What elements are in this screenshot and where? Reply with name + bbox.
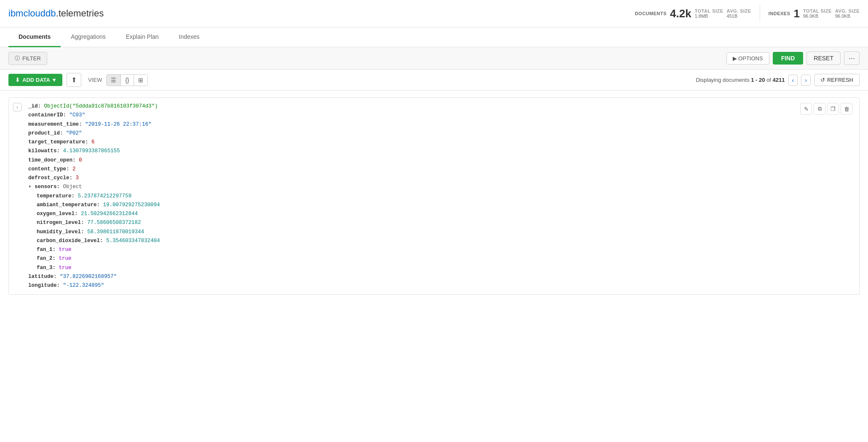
nitrogen-value: 77.58606508372182 (87, 220, 141, 226)
find-label: FIND (781, 55, 795, 62)
view-list-icon: ☰ (111, 77, 116, 84)
edit-icon: ✎ (804, 106, 809, 112)
collection-name: .telemetries (56, 8, 104, 19)
idx-total-size: 96.0KB (803, 13, 832, 19)
doc-actions: ✎ ⧉ ❐ 🗑 (800, 103, 852, 115)
kilowatts-value: 4.1307993387865155 (63, 148, 120, 154)
sensors-nested: temperature: 5.237874212297759 ambiant_t… (28, 192, 852, 272)
field-humidity: humidity_level: 58.398611870019344 (37, 228, 852, 237)
document-area: › ✎ ⧉ ❐ 🗑 _id: ObjectId("5ddda91c87b8161… (0, 91, 868, 302)
view-table-button[interactable]: ⊞ (134, 75, 147, 86)
options-label: ▶ OPTIONS (733, 55, 763, 62)
documents-value: 4.2k (670, 7, 691, 20)
longitude-key: longitude: (28, 283, 60, 288)
tab-aggregations[interactable]: Aggregations (61, 27, 116, 47)
field-oxygen: oxygen_level: 21.502942662312844 (37, 210, 852, 218)
filter-icon: ⓘ (15, 55, 20, 62)
indexes-stat: INDEXES 1 TOTAL SIZE 96.0KB AVG. SIZE 96… (769, 7, 860, 20)
field-fan3: fan_3: true (37, 264, 852, 272)
doc-toggle-button[interactable]: › (13, 103, 21, 111)
field-kilowatts: kilowatts: 4.1307993387865155 (28, 147, 852, 156)
field-fan2: fan_2: true (37, 254, 852, 263)
field-time-door: time_door_open: 0 (28, 156, 852, 165)
measurement-key: measurement_time: (28, 121, 82, 127)
view-json-button[interactable]: {} (121, 75, 134, 86)
fan2-key: fan_2: (37, 256, 56, 261)
time-door-value: 0 (79, 157, 82, 163)
field-product: product_id: "P02" (28, 129, 852, 138)
field-carbon: carbon_dioxide_level: 5.354603347832404 (37, 237, 852, 245)
tabs: Documents Aggregations Explain Plan Inde… (0, 27, 868, 47)
clone-icon: ❐ (830, 106, 836, 112)
stat-divider (760, 5, 760, 22)
idx-avg-size-label: AVG. SIZE (835, 8, 860, 13)
refresh-icon: ↺ (820, 77, 825, 83)
refresh-label: REFRESH (827, 77, 853, 83)
header-stats: DOCUMENTS 4.2k TOTAL SIZE 1.8MB AVG. SIZ… (635, 5, 860, 22)
fan1-key: fan_1: (37, 247, 56, 253)
tab-explain-plan[interactable]: Explain Plan (116, 27, 169, 47)
view-buttons: ☰ {} ⊞ (106, 74, 147, 86)
latitude-key: latitude: (28, 274, 57, 280)
idx-avg-size: 96.0KB (835, 13, 860, 19)
add-data-button[interactable]: ⬇ ADD DATA ▾ (8, 74, 62, 86)
indexes-value: 1 (793, 7, 799, 20)
page-range: 1 - 20 (751, 77, 765, 83)
pagination-row: Displaying documents 1 - 20 of 4211 ‹ › … (696, 74, 860, 86)
view-json-icon: {} (125, 77, 129, 84)
filter-label: FILTER (22, 55, 41, 62)
defrost-key: defrost_cycle: (28, 175, 72, 181)
tab-documents[interactable]: Documents (8, 27, 61, 47)
reset-button[interactable]: RESET (806, 51, 841, 65)
prev-page-button[interactable]: ‹ (788, 75, 798, 86)
documents-stat: DOCUMENTS 4.2k TOTAL SIZE 1.8MB AVG. SIZ… (635, 7, 751, 20)
field-temperature: temperature: 5.237874212297759 (37, 192, 852, 201)
fan1-value: true (59, 247, 72, 253)
carbon-key: carbon_dioxide_level: (37, 238, 103, 244)
doc-avg-size: 451B (727, 13, 751, 19)
time-door-key: time_door_open: (28, 157, 76, 163)
doc-total-size: 1.8MB (695, 13, 723, 19)
total-count: 4211 (773, 77, 785, 83)
refresh-button[interactable]: ↺ REFRESH (814, 74, 860, 86)
add-data-icon: ⬇ (15, 77, 20, 83)
document-card: › ✎ ⧉ ❐ 🗑 _id: ObjectId("5ddda91c87b8161… (8, 97, 860, 295)
oxygen-key: oxygen_level: (37, 211, 78, 217)
filter-button[interactable]: ⓘ FILTER (8, 52, 47, 65)
find-button[interactable]: FIND (773, 52, 804, 65)
indexes-avg: AVG. SIZE 96.0KB (835, 8, 860, 19)
temperature-key: temperature: (37, 193, 75, 199)
avg-size-label: AVG. SIZE (727, 8, 751, 13)
upload-button[interactable]: ⬆ (67, 73, 81, 87)
field-nitrogen: nitrogen_level: 77.58606508372182 (37, 218, 852, 227)
field-container: containerID: "C03" (28, 111, 852, 120)
container-value: "C03" (70, 112, 86, 118)
upload-icon: ⬆ (71, 76, 77, 84)
action-bar: ⬇ ADD DATA ▾ ⬆ VIEW ☰ {} ⊞ Displaying do… (0, 70, 868, 91)
nitrogen-key: nitrogen_level: (37, 220, 84, 226)
field-defrost: defrost_cycle: 3 (28, 174, 852, 183)
view-label: VIEW (88, 77, 102, 83)
delete-button[interactable]: 🗑 (841, 103, 852, 115)
humidity-key: humidity_level: (37, 229, 84, 235)
edit-button[interactable]: ✎ (800, 103, 812, 115)
field-latitude: latitude: "37.8226902168957" (28, 272, 852, 281)
fan3-value: true (59, 265, 72, 271)
field-longitude: longitude: "-122.324895" (28, 281, 852, 290)
more-button[interactable]: ··· (844, 51, 860, 65)
field-target-temp: target_temperature: 6 (28, 138, 852, 147)
doc-content: _id: ObjectId("5ddda91c87b816103f3074d3"… (16, 102, 852, 290)
view-list-button[interactable]: ☰ (107, 75, 121, 86)
brand-name: ibmclouddb (8, 8, 56, 19)
sensors-label: Object (63, 184, 82, 190)
next-page-button[interactable]: › (801, 75, 811, 86)
clone-button[interactable]: ❐ (827, 103, 839, 115)
target-temp-key: target_temperature: (28, 139, 88, 145)
latitude-value: "37.8226902168957" (60, 274, 117, 280)
filter-toolbar: ⓘ FILTER ▶ OPTIONS FIND RESET ··· (0, 47, 868, 70)
documents-label: DOCUMENTS (635, 11, 667, 16)
ambiant-key: ambiant_temperature: (37, 202, 100, 208)
tab-indexes[interactable]: Indexes (169, 27, 210, 47)
copy-button[interactable]: ⧉ (814, 103, 825, 115)
options-button[interactable]: ▶ OPTIONS (726, 52, 769, 65)
